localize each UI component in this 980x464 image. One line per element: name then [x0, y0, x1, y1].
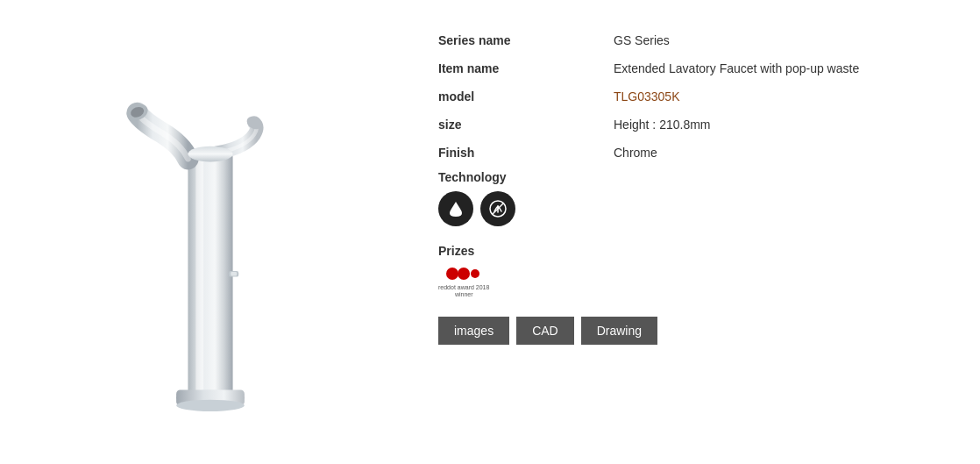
model-value: TLG03305K	[614, 89, 680, 104]
svg-rect-0	[188, 154, 232, 398]
finish-label: Finish	[438, 146, 614, 160]
reddot-award-text: reddot award 2018 winner	[438, 284, 489, 299]
drawing-button[interactable]: Drawing	[581, 317, 657, 345]
model-row: model TLG03305K	[438, 82, 954, 111]
finish-value: Chrome	[614, 146, 657, 160]
reddot-logo: reddot award 2018 winner	[438, 265, 489, 299]
reddot-badge: reddot award 2018 winner	[438, 265, 954, 299]
svg-point-15	[458, 268, 470, 280]
item-label: Item name	[438, 61, 614, 75]
svg-rect-10	[231, 272, 237, 275]
eco-tech-icon	[480, 191, 515, 226]
size-label: size	[438, 118, 614, 132]
svg-point-14	[446, 268, 458, 280]
size-value: Height : 210.8mm	[614, 118, 711, 132]
action-buttons: images CAD Drawing	[438, 317, 954, 345]
finish-row: Finish Chrome	[438, 139, 954, 167]
item-row: Item name Extended Lavatory Faucet with …	[438, 54, 954, 82]
images-button[interactable]: images	[438, 317, 509, 345]
model-label: model	[438, 89, 614, 104]
svg-rect-1	[195, 154, 203, 398]
prizes-section: Prizes reddot award 2018 winner	[438, 244, 954, 310]
svg-point-8	[188, 146, 232, 162]
series-label: Series name	[438, 33, 614, 47]
specs-panel: Series name GS Series Item name Extended…	[421, 0, 980, 464]
size-row: size Height : 210.8mm	[438, 111, 954, 139]
technology-section: Technology	[438, 170, 954, 240]
cad-button[interactable]: CAD	[516, 317, 574, 345]
svg-point-4	[176, 400, 245, 411]
prizes-title: Prizes	[438, 244, 954, 258]
svg-point-16	[471, 269, 479, 278]
water-tech-icon	[438, 191, 473, 226]
series-row: Series name GS Series	[438, 26, 954, 54]
tech-icons-row	[438, 191, 954, 226]
product-image-panel	[0, 0, 421, 464]
technology-title: Technology	[438, 170, 954, 184]
item-value: Extended Lavatory Faucet with pop-up was…	[614, 61, 859, 75]
series-value: GS Series	[614, 33, 670, 47]
